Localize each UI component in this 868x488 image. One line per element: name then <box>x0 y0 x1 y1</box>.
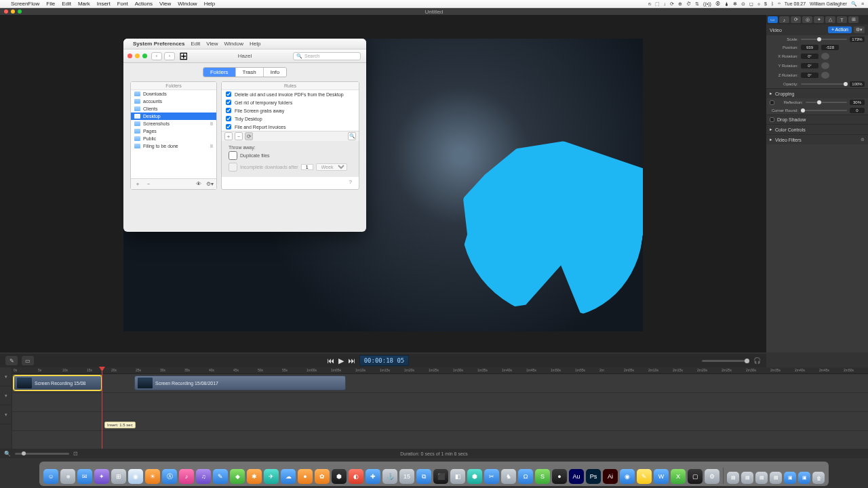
dock-app[interactable]: ◐ <box>349 469 363 484</box>
yrot-dial[interactable] <box>821 62 829 69</box>
menubar-mark[interactable]: Mark <box>78 1 90 7</box>
track-header[interactable]: ▾ <box>0 367 12 386</box>
edit-mode-button[interactable]: ✎ <box>5 356 18 365</box>
menubar-icon[interactable]: ⟐ <box>757 1 760 6</box>
menubar-icon[interactable]: ⎋ <box>648 1 651 6</box>
dock-illustrator[interactable]: Ai <box>603 469 618 484</box>
dock-app[interactable]: ☁ <box>281 469 296 484</box>
dock-app[interactable]: ⚓ <box>382 469 397 484</box>
dock-app[interactable]: ☀ <box>145 469 160 484</box>
dock-audition[interactable]: Au <box>569 469 584 484</box>
video-canvas[interactable]: System Preferences Edit View Window Help… <box>123 39 643 331</box>
wifi-icon[interactable]: ⌔ <box>778 1 781 6</box>
grid-button[interactable]: ⊞ <box>179 49 190 62</box>
dock-folder[interactable]: ▣ <box>784 472 796 484</box>
throw-dup-checkbox[interactable] <box>229 151 237 160</box>
forward-button[interactable]: › <box>164 52 175 60</box>
dock-finder[interactable]: ☺ <box>43 469 58 484</box>
dock-music[interactable]: ♪ <box>179 469 194 484</box>
rule-item[interactable]: Get rid of temporary folders <box>222 98 359 106</box>
add-action-button[interactable]: + Action <box>828 26 852 33</box>
zoom-slider[interactable] <box>15 453 69 455</box>
canvas-stage[interactable]: System Preferences Edit View Window Help… <box>0 15 766 352</box>
tab-folders[interactable]: Folders <box>203 68 236 77</box>
menubar-icon[interactable]: ↓ <box>664 1 667 6</box>
gear-button[interactable]: ⚙▾ <box>205 180 214 188</box>
dock-app[interactable]: ◉ <box>620 469 635 484</box>
rule-checkbox[interactable] <box>226 116 231 121</box>
inspector-tab-text[interactable]: T <box>837 16 847 23</box>
hazel-window[interactable]: System Preferences Edit View Window Help… <box>123 39 366 232</box>
rule-item[interactable]: File Screen grabs away <box>222 106 359 115</box>
inspector-tab-audio[interactable]: ♪ <box>779 16 789 23</box>
playhead[interactable] <box>102 367 102 458</box>
hazel-menu-window[interactable]: Window <box>224 41 243 47</box>
menubar-icon[interactable]: ⊙ <box>741 1 745 7</box>
dock-preferences[interactable]: ⚙ <box>705 469 719 484</box>
reflection-value[interactable]: 30% <box>850 100 865 105</box>
rule-checkbox[interactable] <box>226 108 231 113</box>
dock-app[interactable]: ⬢ <box>332 469 347 484</box>
dock-mail[interactable]: ✉ <box>77 469 92 484</box>
menubar-time[interactable]: Tue 08:27 <box>785 1 806 6</box>
dock-safari[interactable]: ◉ <box>128 469 143 484</box>
scale-slider[interactable] <box>801 39 847 40</box>
reflection-slider[interactable] <box>806 102 847 103</box>
track-header[interactable]: ▾ <box>0 386 12 405</box>
tab-trash[interactable]: Trash <box>236 68 264 77</box>
folders-list[interactable]: Downloads accounts Clients Desktop Scree… <box>131 90 216 178</box>
menubar-icon[interactable]: ✻ <box>733 1 737 7</box>
rule-item[interactable]: Delete old and used invoice PDFs from th… <box>222 90 359 98</box>
folder-item[interactable]: ScreenshotsII <box>131 120 216 127</box>
position-x[interactable] <box>801 45 818 50</box>
help-button[interactable]: ? <box>222 177 359 189</box>
dock-word[interactable]: W <box>654 469 669 484</box>
dropshadow-section[interactable]: Drop Shadow <box>766 115 868 124</box>
menubar-icon[interactable]: $ <box>764 1 767 6</box>
rules-list[interactable]: Delete old and used invoice PDFs from th… <box>222 90 359 131</box>
videofilters-section[interactable]: ▸Video Filters⊕ <box>766 134 868 144</box>
folder-item-selected[interactable]: Desktop <box>131 113 216 120</box>
dock-doc[interactable]: ▤ <box>755 472 768 484</box>
prev-button[interactable]: ⏮ <box>327 357 334 365</box>
dock-app[interactable]: ✎ <box>213 469 228 484</box>
timeline-zoom-slider[interactable] <box>702 360 749 362</box>
hazel-close-button[interactable] <box>127 54 132 58</box>
sync-rule-button[interactable]: ⟳ <box>245 132 253 140</box>
reflection-checkbox[interactable] <box>770 100 774 105</box>
dock-folder[interactable]: ▣ <box>798 472 810 484</box>
add-rule-button[interactable]: ＋ <box>224 132 233 140</box>
zrot-dial[interactable] <box>821 72 829 79</box>
dock-app[interactable]: ⬛ <box>433 469 448 484</box>
dock-doc[interactable]: ▤ <box>770 472 782 484</box>
hazel-menu-help[interactable]: Help <box>250 41 260 47</box>
folder-item[interactable]: Public <box>131 135 216 142</box>
menubar-user[interactable]: William Gallagher <box>810 1 847 6</box>
folder-item[interactable]: accounts <box>131 98 216 105</box>
opacity-slider[interactable] <box>801 83 847 85</box>
inspector-tab-screen[interactable]: ⟳ <box>791 16 801 23</box>
tab-info[interactable]: Info <box>264 68 286 77</box>
remove-rule-button[interactable]: － <box>235 132 243 140</box>
fit-button[interactable]: ⊡ <box>73 451 78 457</box>
rule-checkbox[interactable] <box>226 100 231 105</box>
dock-trash[interactable]: 🗑 <box>812 472 825 484</box>
dock-app[interactable]: ◧ <box>450 469 465 484</box>
xrot-value[interactable] <box>801 54 818 59</box>
menubar-actions[interactable]: Actions <box>135 1 153 7</box>
dock[interactable]: ☺ ⎈ ✉ ✦ ⊞ ◉ ☀ Ⓐ ♪ ♫ ✎ ◆ ✱ ✈ ☁ ● ✿ ⬢ ◐ ✚ … <box>39 462 829 486</box>
headphones-icon[interactable]: 🎧 <box>753 357 761 364</box>
add-folder-button[interactable]: ＋ <box>134 180 142 188</box>
close-button[interactable] <box>4 9 8 14</box>
dock-photoshop[interactable]: Ps <box>586 469 601 484</box>
dock-calendar[interactable]: 15 <box>399 469 414 484</box>
dock-doc[interactable]: ▤ <box>727 472 739 484</box>
menubar-icon[interactable]: 🌢 <box>724 1 729 6</box>
hazel-maximize-button[interactable] <box>142 54 147 58</box>
dock-app[interactable]: ✦ <box>94 469 109 484</box>
rule-checkbox[interactable] <box>226 92 231 97</box>
dock-app[interactable]: ✱ <box>247 469 262 484</box>
menubar-font[interactable]: Font <box>117 1 128 7</box>
dock-launchpad[interactable]: ⊞ <box>111 469 126 484</box>
dock-app[interactable]: ✿ <box>315 469 330 484</box>
